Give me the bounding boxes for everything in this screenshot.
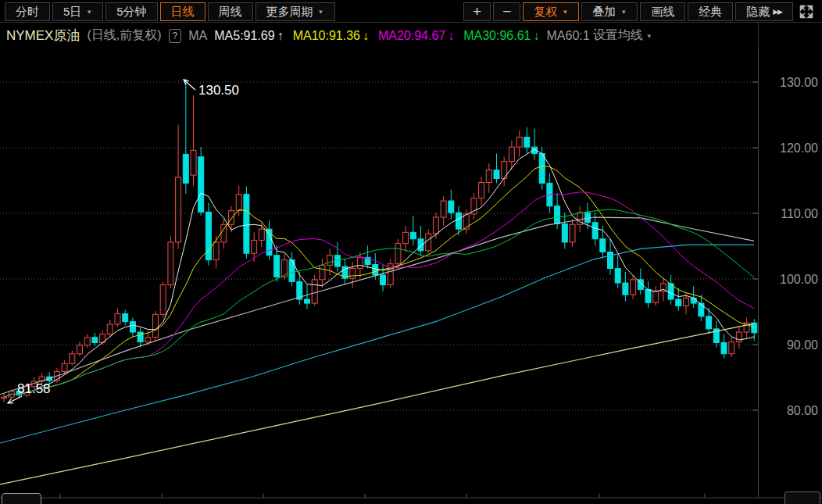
arrow-down-icon: ↓: [534, 29, 540, 43]
chevron-down-icon: ▼: [646, 33, 652, 40]
tab-more-periods[interactable]: 更多周期▼: [256, 2, 335, 21]
ma-value: MA5:91.69↑: [214, 29, 283, 43]
button-label: 隐藏: [746, 3, 770, 20]
arrow-up-icon: ↑: [277, 29, 284, 43]
candlestick-chart[interactable]: 130.00120.00110.00100.0090.0080.00130.50…: [0, 49, 822, 504]
button-label: 更多周期: [266, 3, 313, 20]
annotation-arrow-icon: [184, 80, 195, 90]
button-label: 经典: [699, 3, 722, 20]
ma-value: MA10:91.36↓: [293, 29, 369, 43]
arrow-down-icon: ↓: [363, 29, 369, 43]
ma30-line: [4, 209, 754, 397]
ma250-line: [0, 323, 754, 484]
ma5-line: [4, 149, 754, 397]
button-label: 5分钟: [116, 3, 146, 20]
y-axis-label: 80.00: [787, 404, 818, 417]
tab-5min[interactable]: 5分钟: [105, 2, 157, 21]
chart-legend: NYMEX原油 (日线,前复权) ? MA MA5:91.69↑MA10:91.…: [0, 23, 822, 48]
bottom-right-cutoff-control[interactable]: [784, 491, 820, 504]
double-chevron-right-icon: ▶▶: [773, 3, 782, 20]
tab-weekly[interactable]: 周线: [208, 2, 253, 21]
ma-settings-label: 设置均线: [593, 27, 643, 44]
axis-divider: [758, 23, 759, 49]
button-label: 复权: [534, 3, 557, 20]
chevron-down-icon: ▼: [562, 4, 568, 21]
ma120-line: [0, 217, 754, 395]
y-axis-label: 130.00: [780, 76, 818, 89]
button-label: 画线: [651, 3, 674, 20]
chevron-down-icon: ▼: [620, 4, 627, 21]
chevron-down-icon: ▼: [86, 4, 92, 21]
draw-line-button[interactable]: 画线: [640, 2, 685, 21]
ma-value: MA30:96.61↓: [463, 29, 539, 43]
y-axis-label: 120.00: [780, 141, 818, 155]
price-annotation: 81.58: [17, 381, 51, 396]
button-label: 叠加: [592, 3, 616, 20]
button-label: 周线: [219, 3, 242, 20]
indicator-name: MA: [188, 29, 207, 43]
ma-value: MA20:94.67↓: [378, 29, 454, 43]
bottom-left-cutoff-control[interactable]: [2, 493, 41, 504]
classic-style-button[interactable]: 经典: [688, 2, 733, 21]
candles: [2, 79, 757, 402]
ma60-label: MA60:1: [547, 29, 590, 43]
toolbar: 分时5日▼5分钟日线周线更多周期▼ +−复权▼叠加▼画线经典隐藏▶▶: [0, 0, 822, 23]
button-label: 5日: [63, 3, 81, 20]
adjust-mode-button[interactable]: 复权▼: [523, 2, 579, 21]
fullscreen-button[interactable]: [795, 2, 817, 21]
zoom-in-button[interactable]: +: [463, 2, 491, 21]
button-label: 日线: [171, 3, 195, 20]
toolbar-actions: +−复权▼叠加▼画线经典隐藏▶▶: [463, 2, 817, 21]
y-axis-label: 100.00: [780, 273, 818, 286]
tab-daily[interactable]: 日线: [160, 2, 206, 21]
help-icon[interactable]: ?: [169, 29, 182, 43]
ma-values: MA5:91.69↑MA10:91.36↓MA20:94.67↓MA30:96.…: [214, 29, 539, 43]
arrow-down-icon: ↓: [448, 29, 454, 43]
period-adjustment-label: (日线,前复权): [87, 27, 161, 44]
price-annotation: 130.50: [198, 83, 239, 98]
y-axis-label: 110.00: [781, 207, 818, 220]
zoom-out-button[interactable]: −: [493, 2, 520, 21]
ma60-settings-dropdown[interactable]: MA60:1设置均线▼: [547, 27, 652, 44]
button-label: 分时: [16, 3, 39, 20]
y-axis-label: 90.00: [787, 338, 818, 352]
overlay-button[interactable]: 叠加▼: [581, 2, 638, 21]
symbol-title: NYMEX原油: [6, 27, 80, 45]
hide-button[interactable]: 隐藏▶▶: [735, 2, 793, 21]
button-label: +: [473, 3, 481, 20]
period-tabs: 分时5日▼5分钟日线周线更多周期▼: [5, 2, 335, 21]
chart-canvas[interactable]: 130.00120.00110.00100.0090.0080.00130.50…: [0, 49, 822, 504]
expand-arrows-icon: [799, 4, 814, 20]
button-label: −: [502, 3, 511, 20]
ma20-line: [4, 192, 754, 397]
tab-minute-line[interactable]: 分时: [5, 2, 50, 21]
tab-5day[interactable]: 5日▼: [52, 2, 103, 21]
chevron-down-icon: ▼: [318, 4, 324, 21]
